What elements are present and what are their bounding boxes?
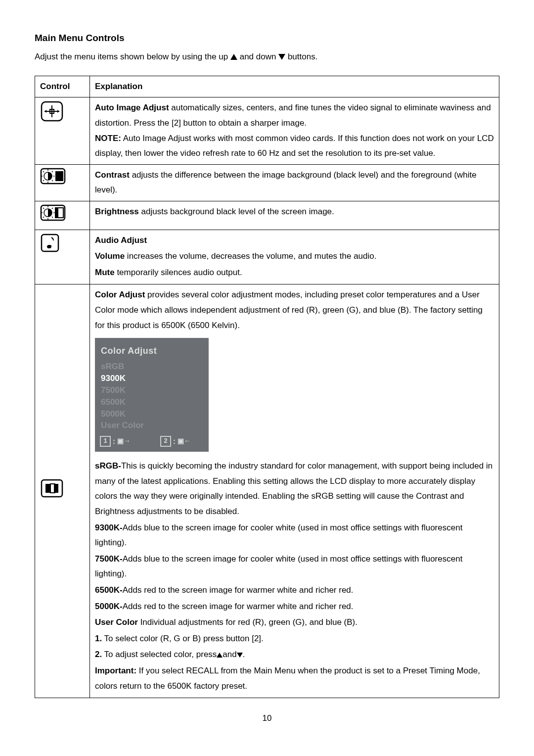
step2-body-a: To adjust selected color, press [102,650,217,659]
svg-marker-5 [57,110,59,113]
up-triangle-icon [217,653,222,658]
osd-item: 7500K [95,384,209,396]
svg-rect-16 [55,171,63,181]
intro-suffix: buttons. [288,52,318,61]
osd-item: sRGB [95,361,209,373]
auto-image-note-label: NOTE: [95,134,121,143]
audio-volume-body: increases the volume, decreases the volu… [125,251,376,261]
osd-footer: 1 : ▣→ 2 : ▣← [95,431,209,452]
svg-marker-4 [44,110,46,113]
audio-text: Audio Adjust Volume increases the volume… [90,230,499,284]
down-triangle-icon [278,54,285,60]
user-color-label: User Color [95,617,138,627]
step2-body-c: . [243,650,245,659]
user-color-body: Individual adjustments for red (R), gree… [138,617,357,627]
k7500-label: 7500K- [95,554,123,564]
svg-line-14 [43,180,44,181]
contrast-title: Contrast [95,170,130,180]
controls-table: Control Explanation Auto Image Adjus [35,76,499,698]
contrast-body: adjusts the difference between the image… [95,170,477,195]
color-text: Color Adjust provides several color adju… [90,284,499,698]
audio-title: Audio Adjust [95,233,494,248]
intro-text: Adjust the menu items shown below by usi… [35,49,499,65]
k7500-body: Adds blue to the screen image for cooler… [95,554,462,579]
svg-line-25 [43,217,44,218]
table-row: Contrast adjusts the difference between … [35,164,499,201]
page-number: 10 [35,711,499,726]
svg-rect-31 [45,484,50,493]
header-control: Control [35,76,90,97]
osd-item: 9300K [95,373,209,384]
audio-volume-label: Volume [95,251,125,261]
audio-icon-cell [35,230,90,284]
osd-item: User Color [95,420,209,431]
up-triangle-icon [230,54,237,60]
k6500-label: 6500K- [95,585,123,595]
srgb-label: sRGB- [95,461,121,471]
svg-line-24 [52,208,53,209]
audio-mute-label: Mute [95,268,115,277]
brightness-body: adjusts background black level of the sc… [139,207,334,216]
k9300-body: Adds blue to the screen image for cooler… [95,523,462,548]
step2-label: 2. [95,650,102,659]
step2-body-b: and [222,650,236,659]
auto-image-note-body: Auto Image Adjust works with most common… [95,134,494,158]
k5000-body: Adds red to the screen image for warmer … [123,602,354,611]
page-title: Main Menu Controls [35,30,499,47]
osd-title: Color Adjust [95,342,209,361]
svg-rect-30 [42,480,62,497]
header-explanation: Explanation [90,76,499,97]
table-row: Audio Adjust Volume increases the volume… [35,230,499,284]
audio-mute-body: temporarily silences audio output. [115,268,242,277]
intro-middle: and down [240,52,278,61]
auto-image-title: Auto Image Adjust [95,103,169,112]
svg-rect-33 [54,484,58,493]
svg-line-23 [43,208,44,209]
osd-item: 6500K [95,396,209,408]
brightness-text: Brightness adjusts background black leve… [90,201,499,230]
important-body: If you select RECALL from the Main Menu … [95,666,480,691]
exit-icon: ▣← [178,435,191,447]
svg-line-15 [52,180,53,181]
brightness-icon-cell [35,201,90,230]
srgb-body: This is quickly becoming the industry st… [95,461,492,516]
k9300-label: 9300K- [95,523,123,532]
color-body1: provides several color adjustment modes,… [95,290,483,330]
contrast-icon [40,168,66,185]
key-1-box: 1 [100,436,111,447]
svg-rect-29 [42,235,58,251]
osd-item: 5000K [95,408,209,420]
down-triangle-icon [237,653,243,658]
key-2-box: 2 [160,436,171,447]
svg-line-26 [52,217,53,218]
table-row: Auto Image Adjust automatically sizes, c… [35,97,499,164]
auto-image-adjust-icon [40,100,64,122]
brightness-title: Brightness [95,207,139,216]
k6500-body: Adds red to the screen image for warmer … [123,585,354,595]
contrast-text: Contrast adjusts the difference between … [90,164,499,201]
color-icon-cell [35,284,90,698]
intro-prefix: Adjust the menu items shown below by usi… [35,52,230,61]
auto-image-text: Auto Image Adjust automatically sizes, c… [90,97,499,164]
osd-key-1: 1 : ▣→ [100,434,131,448]
k5000-label: 5000K- [95,602,123,611]
svg-rect-28 [55,208,58,218]
color-title: Color Adjust [95,290,145,299]
auto-image-icon-cell [35,97,90,164]
step1-label: 1. [95,634,102,643]
enter-icon: ▣→ [117,435,131,447]
contrast-icon-cell [35,164,90,201]
brightness-icon [40,204,66,221]
audio-note-icon [40,233,60,253]
table-row: Brightness adjusts background black leve… [35,201,499,230]
step1-body: To select color (R, G or B) press button… [102,634,264,643]
osd-key-2: 2 : ▣← [160,434,191,448]
color-adjust-icon [40,478,64,498]
important-label: Important: [95,666,136,675]
svg-line-12 [43,171,44,172]
osd-panel: Color Adjust sRGB 9300K 7500K 6500K 5000… [95,338,209,452]
svg-line-13 [52,171,53,172]
table-row: Color Adjust provides several color adju… [35,284,499,698]
